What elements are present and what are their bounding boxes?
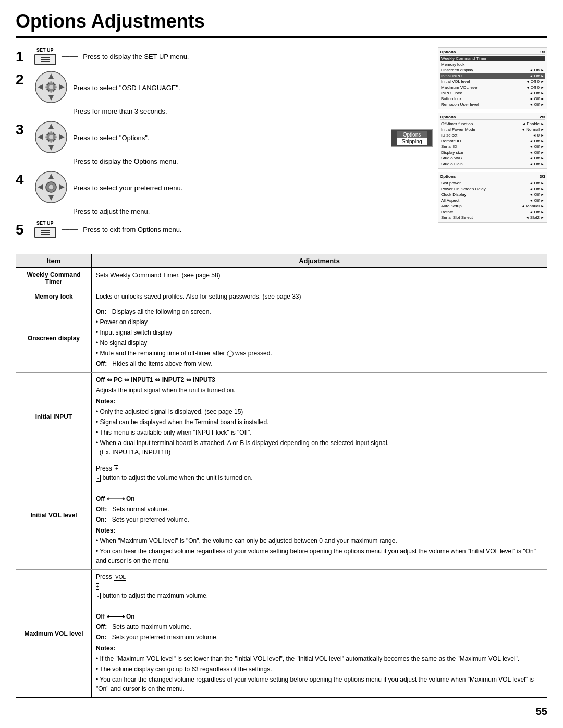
options-row-shipping: Shipping [397,138,427,145]
table-row-memory: Memory lock Locks or unlocks saved profi… [16,289,547,304]
steps-section: 1 SET UP ──── Press to display the SET U… [16,47,547,243]
setup-icon-1: SET UP [34,47,56,65]
osd-row-1-2-label: Onscreen display [441,68,473,72]
step-3-row1: Press to select "Options". Options Shipp… [34,120,433,155]
osd-panel-1-header: Options 1/3 [440,50,545,55]
th-item: Item [16,254,92,267]
initial-input-line1: Off ⇔ PC ⇔ INPUT1 ⇔ INPUT2 ⇔ INPUT3 [96,375,543,385]
td-adj-weekly-text: Sets Weekly Command Timer. (see page 58) [96,272,221,279]
step-1-text: Press to display the SET UP menu. [83,53,433,60]
osd-row-1-4-label: Initial VOL level [441,79,470,84]
osd-panel-3-page: 3/3 [540,174,545,179]
td-item-max-vol: Maximum VOL level [16,570,92,697]
step-number-2: 2 [16,72,30,87]
step-3: 3 [16,120,433,165]
step-5-icon: SET UP [34,220,56,238]
step-5-text: Press to exit from Options menu. [83,226,433,233]
osd-row-1-6-label: INPUT lock [441,91,462,95]
osd-row-2-3-label: Remote ID [441,139,461,143]
td-adj-onscreen: On: Displays all the following on screen… [92,304,547,372]
dpad-svg-4 [34,170,68,204]
td-item-initial-input-label: Initial INPUT [35,413,72,421]
step-1-icon: SET UP [34,47,56,65]
td-adj-memory: Locks or unlocks saved profiles. Also fo… [92,289,547,304]
dpad-3 [34,120,68,155]
osd-row-3-0-label: Slot power [441,181,461,186]
osd-row-2-1: Initial Power Mode ◄Normal► [440,127,545,132]
osd-row-1-1: Memory lock [440,61,545,67]
td-item-memory: Memory lock [16,289,92,304]
step-5-content: SET UP ──── Press to exit from Options m… [34,220,433,238]
osd-row-3-1-label: Power On Screen Delay [441,187,486,191]
adjustments-table: Item Adjustments Weekly Command Timer Se… [16,254,547,698]
max-vol-off: Off: Sets auto maximum volume. [96,622,543,632]
page-number: 55 [536,706,547,718]
initial-vol-notes: Notes: [96,526,543,535]
osd-row-1-3-label: Initial INPUT [441,73,464,78]
osd-row-2-2: ID select ◄0► [440,132,545,138]
onscreen-bullet1: • Power on display [96,317,543,327]
step-number-5: 5 [16,223,30,237]
osd-row-1-4: Initial VOL level ◄Off 0► [440,79,545,84]
osd-row-2-7-label: Studio Gain [441,162,463,166]
setup-icon-5: SET UP [34,220,56,238]
options-row-selected: Options [397,131,427,138]
osd-row-3-6-label: Serial Slot Select [441,215,473,220]
step-2-text2: Press for more than 3 seconds. [73,107,433,115]
osd-row-1-8: Remocon User level ◄Off► [440,102,545,107]
osd-row-1-8-label: Remocon User level [441,102,479,107]
osd-panel-2: Options 2/3 Off-timer function ◄Enable► … [438,113,547,169]
setup-rect-5 [34,227,56,238]
osd-panel-2-header: Options 2/3 [440,115,545,120]
td-item-onscreen: Onscreen display [16,304,92,372]
osd-row-2-7: Studio Gain ◄Off► [440,161,545,167]
osd-panel-3-title: Options [440,174,456,179]
osd-row-3-0: Slot power ◄Off► [440,180,545,186]
dpad-2 [34,70,68,105]
step-4-text1: Press to select your preferred menu. [73,184,433,192]
max-vol-line1: Press VOL+ - button to adjust the maximu… [96,572,543,600]
initial-vol-line1: Press + - button to adjust the volume wh… [96,464,543,483]
osd-panel-2-title: Options [440,115,456,119]
table-row-initial-vol: Initial VOL level Press + - button to ad… [16,461,547,570]
svg-point-22 [48,184,54,190]
max-vol-note3: • You can hear the changed volume regard… [96,675,543,694]
osd-row-3-3-label: All Aspect [441,198,459,203]
table-row-initial-input: Initial INPUT Off ⇔ PC ⇔ INPUT1 ⇔ INPUT2… [16,373,547,461]
th-adjustments: Adjustments [92,254,547,267]
step-5: 5 SET UP ──── Press to exit from Options… [16,220,433,238]
onscreen-on: On: Displays all the following on screen… [96,307,543,316]
td-adj-initial-input: Off ⇔ PC ⇔ INPUT1 ⇔ INPUT2 ⇔ INPUT3 Adju… [92,373,547,461]
initial-vol-note1: • When "Maximum VOL level" is "On", the … [96,536,543,546]
td-adj-memory-text: Locks or unlocks saved profiles. Also fo… [96,293,301,300]
step-4-content: Press to select your preferred menu. Pre… [34,170,433,215]
osd-row-2-0-label: Off-timer function [441,121,473,126]
osd-row-2-4-label: Serial ID [441,144,457,149]
step-3-text2: Press to display the Options menu. [73,157,433,165]
step-3-text1: Press to select "Options". [73,134,386,142]
initial-input-note4: • When a dual input terminal board is at… [96,438,543,457]
osd-row-3-2-label: Clock Display [441,192,466,197]
osd-row-2-0: Off-timer function ◄Enable► [440,121,545,127]
osd-row-3-4-label: Auto Setup [441,204,462,208]
initial-input-note2: • Signal can be displayed when the Termi… [96,417,543,427]
osd-row-3-6: Serial Slot Select ◄Slot2► [440,215,545,220]
osd-row-1-8-val: ◄Off► [530,102,544,107]
initial-input-line2: Adjusts the input signal when the unit i… [96,386,543,395]
max-vol-note2: • The volume display can go up to 63 reg… [96,664,543,674]
step-3-row2: Press to display the Options menu. [73,157,433,165]
page-wrapper: Options Adjustments 1 SET UP ──── [0,0,563,719]
osd-row-2-5: Display size ◄Off► [440,150,545,155]
osd-panel-1: Options 1/3 Weekly Command Timer Memory … [438,47,547,109]
step-number-1: 1 [16,50,30,64]
step-1-content: SET UP ──── Press to display the SET UP … [34,47,433,65]
step-2-row2: Press for more than 3 seconds. [73,107,433,115]
td-item-weekly: Weekly Command Timer [16,268,92,289]
td-item-initial-vol: Initial VOL level [16,461,92,569]
initial-vol-note2: • You can hear the changed volume regard… [96,547,543,565]
osd-row-3-5-label: Rotate [441,209,454,214]
osd-row-1-7-val: ◄Off► [530,96,544,101]
step-4-row1: Press to select your preferred menu. [34,170,433,205]
osd-row-2-4: Serial ID ◄Off► [440,144,545,150]
initial-vol-on: On: Sets your preferred volume. [96,515,543,524]
